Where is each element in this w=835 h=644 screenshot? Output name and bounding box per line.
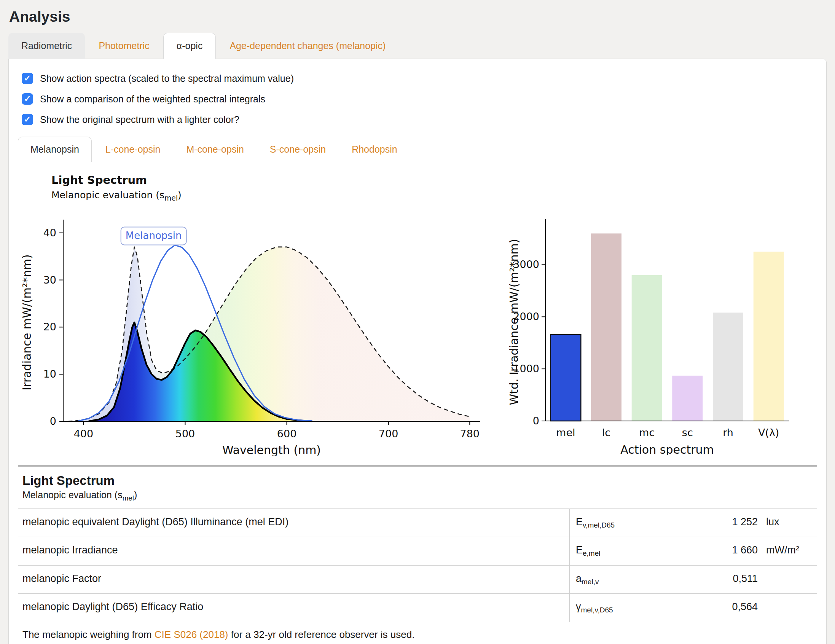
footnote-suffix: for a 32-yr old reference observer is us… bbox=[228, 629, 415, 640]
svg-text:V(λ): V(λ) bbox=[758, 427, 780, 439]
spectrum-chart-title: Light Spectrum bbox=[51, 174, 494, 187]
svg-text:0: 0 bbox=[533, 415, 539, 427]
symbol-sub: mel,v,D65 bbox=[581, 606, 613, 614]
result-symbol: Ee,mel bbox=[576, 544, 697, 558]
option-weighted-integrals[interactable]: Show a comparison of the weighted spectr… bbox=[22, 93, 817, 105]
checkbox-show-action-spectra[interactable] bbox=[22, 73, 33, 84]
option-label: Show a comparison of the weighted spectr… bbox=[40, 94, 265, 105]
svg-text:700: 700 bbox=[379, 428, 398, 440]
svg-text:Wavelength (nm): Wavelength (nm) bbox=[222, 443, 321, 455]
result-symbol: γmel,v,D65 bbox=[576, 601, 697, 614]
tab-l-cone-opsin[interactable]: L-cone-opsin bbox=[93, 137, 173, 162]
bar-chart: 0100020003000mellcmcscrhV(λ)Action spect… bbox=[507, 174, 799, 455]
svg-text:780: 780 bbox=[460, 428, 480, 440]
svg-text:mel: mel bbox=[556, 427, 575, 439]
result-value: 0,564 bbox=[697, 601, 758, 613]
option-label: Show action spectra (scaled to the spect… bbox=[40, 73, 294, 84]
svg-text:Melanopsin: Melanopsin bbox=[125, 230, 182, 241]
result-label: melanopic Irradiance bbox=[18, 537, 569, 565]
opsin-tabs: Melanopsin L-cone-opsin M-cone-opsin S-c… bbox=[18, 137, 817, 162]
page-title: Analysis bbox=[9, 8, 827, 25]
tab-age-dependent-changes[interactable]: Age-dependent changes (melanopic) bbox=[216, 33, 398, 59]
bar-plot: 0100020003000mellcmcscrhV(λ)Action spect… bbox=[507, 204, 796, 455]
svg-text:mc: mc bbox=[639, 427, 655, 439]
svg-text:lc: lc bbox=[602, 427, 611, 439]
results-sub-suffix: ) bbox=[134, 490, 137, 500]
result-row-mel-efficacy-ratio: melanopic Daylight (D65) Efficacy Ratio … bbox=[18, 594, 817, 622]
result-row-mel-factor: melanopic Factor amel,v 0,511 bbox=[18, 566, 817, 594]
footnote-prefix: The melanopic weighing from bbox=[23, 629, 154, 640]
results-subheading: Melanopic evaluation (smel) bbox=[23, 490, 817, 503]
charts-area: Light Spectrum Melanopic evaluation (sme… bbox=[18, 162, 817, 462]
symbol-sub: v,mel,D65 bbox=[583, 521, 615, 529]
results-heading: Light Spectrum bbox=[23, 473, 817, 488]
svg-text:10: 10 bbox=[43, 368, 56, 380]
symbol-sub: mel,v bbox=[582, 578, 599, 586]
svg-text:Wtd. Irradiance mW/(m²*nm): Wtd. Irradiance mW/(m²*nm) bbox=[507, 239, 521, 405]
option-show-action-spectra[interactable]: Show action spectra (scaled to the spect… bbox=[22, 73, 817, 84]
result-label: melanopic Daylight (D65) Efficacy Ratio bbox=[18, 594, 569, 621]
result-value: 1 252 bbox=[697, 516, 758, 528]
svg-text:500: 500 bbox=[175, 428, 195, 440]
subtitle-suffix: ) bbox=[178, 190, 182, 201]
tab-radiometric[interactable]: Radiometric bbox=[8, 33, 85, 59]
results-sub-prefix: Melanopic evaluation (s bbox=[23, 490, 123, 500]
spectrum-plot: 400500600700780010203040Wavelength (nm)I… bbox=[19, 204, 491, 455]
tab-melanopsin[interactable]: Melanopsin bbox=[18, 137, 92, 162]
result-symbol: amel,v bbox=[576, 573, 697, 586]
svg-text:30: 30 bbox=[43, 274, 56, 286]
result-label: melanopic Factor bbox=[18, 566, 569, 594]
svg-text:400: 400 bbox=[74, 428, 94, 440]
svg-text:40: 40 bbox=[43, 227, 56, 239]
result-unit: lux bbox=[758, 516, 811, 528]
svg-text:600: 600 bbox=[277, 428, 297, 440]
cie-s026-link[interactable]: CIE S026 (2018) bbox=[154, 629, 228, 640]
result-label: melanopic equivalent Daylight (D65) Illu… bbox=[18, 509, 569, 537]
result-symbol: Ev,mel,D65 bbox=[576, 516, 697, 529]
alpha-opic-panel: Show action spectra (scaled to the spect… bbox=[8, 59, 827, 644]
svg-text:Irradiance mW/(m²*nm): Irradiance mW/(m²*nm) bbox=[20, 254, 34, 390]
tab-m-cone-opsin[interactable]: M-cone-opsin bbox=[174, 137, 256, 162]
tab-photometric[interactable]: Photometric bbox=[86, 33, 162, 59]
symbol-main: E bbox=[576, 544, 583, 556]
tab-alpha-opic[interactable]: α-opic bbox=[163, 33, 216, 59]
svg-text:0: 0 bbox=[50, 415, 56, 427]
subtitle-prefix: Melanopic evaluation (s bbox=[51, 190, 164, 201]
symbol-main: E bbox=[576, 516, 583, 527]
spectrum-chart-subtitle: Melanopic evaluation (smel) bbox=[51, 190, 494, 202]
spectrum-chart: Light Spectrum Melanopic evaluation (sme… bbox=[19, 174, 494, 455]
symbol-sub: e,mel bbox=[583, 550, 600, 558]
footnote: The melanopic weighing from CIE S026 (20… bbox=[18, 622, 817, 644]
svg-text:20: 20 bbox=[43, 321, 56, 333]
symbol-main: γ bbox=[576, 601, 581, 612]
main-tabs: Radiometric Photometric α-opic Age-depen… bbox=[8, 33, 827, 59]
tab-s-cone-opsin[interactable]: S-cone-opsin bbox=[258, 137, 338, 162]
results-sub-sub: mel bbox=[123, 494, 134, 502]
option-original-lighter-color[interactable]: Show the original spectrum with a lighte… bbox=[22, 114, 817, 125]
checkbox-original-lighter-color[interactable] bbox=[22, 114, 33, 125]
subtitle-sub: mel bbox=[164, 194, 178, 202]
svg-text:rh: rh bbox=[723, 427, 733, 439]
svg-text:Action spectrum: Action spectrum bbox=[621, 443, 713, 455]
results-table: melanopic equivalent Daylight (D65) Illu… bbox=[18, 509, 817, 622]
checkbox-weighted-integrals[interactable] bbox=[22, 93, 33, 105]
result-row-mel-irradiance: melanopic Irradiance Ee,mel 1 660 mW/m² bbox=[18, 537, 817, 565]
result-value: 0,511 bbox=[697, 573, 758, 585]
results-section: Light Spectrum Melanopic evaluation (sme… bbox=[18, 465, 817, 644]
result-unit: mW/m² bbox=[758, 544, 811, 556]
options-list: Show action spectra (scaled to the spect… bbox=[22, 73, 817, 125]
result-value: 1 660 bbox=[697, 544, 758, 556]
svg-text:sc: sc bbox=[682, 427, 693, 439]
option-label: Show the original spectrum with a lighte… bbox=[40, 114, 239, 125]
result-row-mel-edi: melanopic equivalent Daylight (D65) Illu… bbox=[18, 509, 817, 537]
tab-rhodopsin[interactable]: Rhodopsin bbox=[340, 137, 409, 162]
symbol-main: a bbox=[576, 573, 582, 584]
